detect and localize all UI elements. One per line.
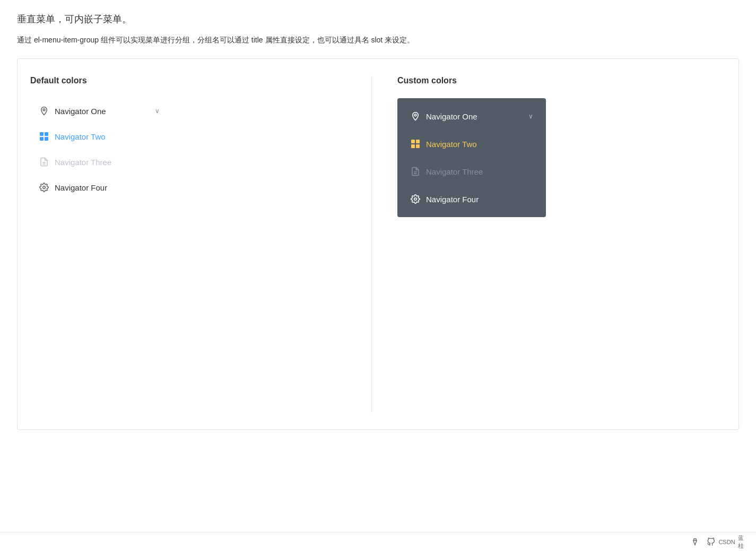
- default-menu-item-3: Navigator Three: [30, 149, 168, 175]
- github-icon[interactable]: [706, 537, 716, 547]
- default-menu-item-4[interactable]: Navigator Four: [30, 175, 168, 200]
- default-item-4-label: Navigator Four: [55, 183, 107, 192]
- grid-icon-2: [410, 139, 421, 149]
- svg-point-4: [414, 114, 416, 116]
- default-menu-item-2[interactable]: Navigator Two: [30, 124, 168, 149]
- page-wrapper: 垂直菜单，可内嵌子菜单。 通过 el-menu-item-group 组件可以实…: [0, 0, 756, 443]
- default-colors-panel: Default colors Navigator One ∨: [30, 76, 372, 412]
- doc-icon-2: [410, 166, 421, 177]
- default-item-1-label: Navigator One: [55, 107, 106, 116]
- custom-menu-item-1[interactable]: Navigator One ∨: [397, 102, 546, 130]
- csdn-label: CSDN: [718, 539, 735, 545]
- default-menu-item-1[interactable]: Navigator One ∨: [30, 98, 168, 124]
- svg-point-0: [43, 109, 45, 111]
- location-icon-1: [39, 106, 49, 116]
- bottom-bar: CSDN 蓝桂: [0, 532, 756, 551]
- svg-point-7: [414, 198, 417, 201]
- location-icon-2: [410, 111, 421, 122]
- gear-icon-2: [410, 194, 421, 204]
- custom-item-4-label: Navigator Four: [426, 195, 479, 204]
- default-item-3-label: Navigator Three: [55, 158, 111, 167]
- custom-menu-item-3: Navigator Three: [397, 158, 546, 185]
- demo-container: Default colors Navigator One ∨: [17, 58, 739, 430]
- default-item-2-label: Navigator Two: [55, 132, 106, 141]
- grid-icon-1: [39, 131, 49, 142]
- gear-icon-1: [39, 182, 49, 193]
- chevron-down-icon-2: ∨: [528, 113, 533, 120]
- custom-menu-item-4[interactable]: Navigator Four: [397, 185, 546, 213]
- custom-menu-item-2[interactable]: Navigator Two: [397, 130, 546, 158]
- csdn-icon[interactable]: CSDN: [722, 537, 732, 547]
- custom-item-3-label: Navigator Three: [426, 167, 483, 176]
- doc-icon-1: [39, 157, 49, 167]
- custom-item-1-label: Navigator One: [426, 112, 477, 121]
- custom-item-2-label: Navigator Two: [426, 140, 477, 149]
- chevron-down-icon-1: ∨: [155, 107, 160, 115]
- flask-icon[interactable]: [690, 537, 700, 547]
- page-description: 通过 el-menu-item-group 组件可以实现菜单进行分组，分组名可以…: [17, 34, 739, 46]
- default-menu: Navigator One ∨ Navigator Two: [30, 98, 168, 200]
- page-title: 垂直菜单，可内嵌子菜单。: [17, 13, 739, 25]
- lan-text: 蓝桂: [738, 534, 748, 550]
- default-colors-title: Default colors: [30, 76, 359, 85]
- custom-colors-title: Custom colors: [397, 76, 726, 85]
- custom-colors-panel: Custom colors Navigator One ∨: [372, 76, 726, 412]
- svg-point-3: [43, 186, 46, 189]
- lan-label[interactable]: 蓝桂: [738, 537, 748, 547]
- custom-menu: Navigator One ∨ Navigator Two: [397, 98, 546, 217]
